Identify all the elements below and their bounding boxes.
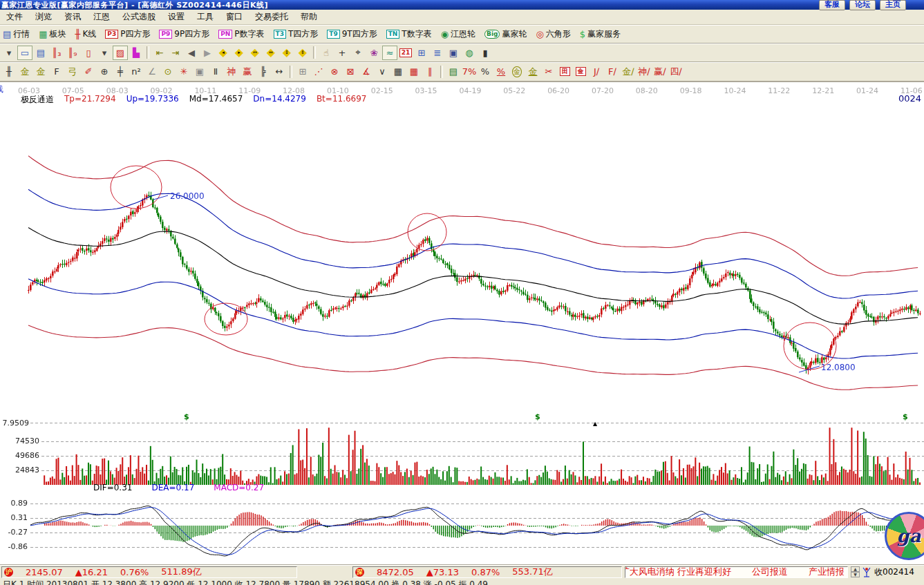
ruler-123-tool-icon[interactable]: ╠ xyxy=(256,64,271,79)
candle-style-icon[interactable]: ▯ xyxy=(81,46,96,60)
titlebar-button-论坛[interactable]: 论坛 xyxy=(849,0,876,10)
terminal-icon[interactable]: ▮ xyxy=(478,46,493,60)
fan-lines-tool-icon[interactable]: ⋰ xyxy=(311,64,326,79)
circled-x-tool-icon[interactable]: ⊗ xyxy=(327,64,342,79)
gold-circle-tool-icon[interactable]: 金 xyxy=(17,64,32,79)
mark-tool-icon[interactable]: ❀ xyxy=(366,46,381,60)
prev-bar-icon[interactable]: ◀ xyxy=(184,46,199,60)
wave-tool-icon[interactable]: ≈ xyxy=(382,46,397,60)
gold-line-tool-icon[interactable]: 金 xyxy=(525,64,540,79)
angle-tool-icon[interactable]: ∠ xyxy=(144,64,160,79)
compress-vertical-icon[interactable]: ◆⇕ xyxy=(295,46,310,60)
menu-item-资讯[interactable]: 资讯 xyxy=(58,11,87,23)
matrix-list-icon[interactable]: ▤ xyxy=(446,64,461,79)
ying-tool-icon[interactable]: 赢 xyxy=(240,64,255,79)
toolbar-button-t-square[interactable]: T3T四方形 xyxy=(274,28,319,40)
titlebar-button-主页[interactable]: 主页 xyxy=(880,0,906,10)
internet-icon[interactable]: ◍ xyxy=(462,46,477,60)
fibonacci-tool-icon[interactable]: F xyxy=(49,64,64,79)
menu-item-公式选股[interactable]: 公式选股 xyxy=(116,11,162,23)
ticker-spinner[interactable]: ▲▼ xyxy=(851,566,860,577)
shift-left-icon[interactable]: ◆◂ xyxy=(216,46,231,60)
gold-coin-tool-icon[interactable]: 金 xyxy=(509,64,525,79)
j-slash-tool-icon[interactable]: J∕ xyxy=(589,64,604,79)
parallel-lines-tool-icon[interactable]: ∥ xyxy=(422,64,437,79)
menu-item-浏览[interactable]: 浏览 xyxy=(29,11,58,23)
toolbar-button-p-number-table[interactable]: PNP数字表 xyxy=(218,28,264,40)
percent7-tool-icon[interactable]: 7% xyxy=(462,64,477,79)
toolbar-button-winner-service[interactable]: $赢家服务 xyxy=(580,28,621,40)
indicator-overlay-icon[interactable]: ▨ xyxy=(113,46,128,60)
grid-box-red-tool-icon[interactable]: ▦ xyxy=(406,64,422,79)
f-slash-tool-icon[interactable]: F∕ xyxy=(605,64,620,79)
ruler-tool-icon[interactable]: ╪ xyxy=(113,64,128,79)
expand-vertical-icon[interactable]: ◆↕ xyxy=(279,46,294,60)
target-circle-tool-icon[interactable]: ⊙ xyxy=(160,64,176,79)
compass-tool-icon[interactable]: ⊕ xyxy=(97,64,112,79)
percent-tool-icon[interactable]: % xyxy=(478,64,493,79)
toolbar-button-winner-wheel[interactable]: Big赢家轮 xyxy=(484,28,527,40)
news-ticker[interactable]: 利改善 机构布局促进持股集中产业情报国家电网出招扩大风电消纳 行业再迎利好公司报… xyxy=(625,566,848,578)
toolbar-button-t-number-table[interactable]: TNT数字表 xyxy=(386,28,432,40)
zoom-tool-icon[interactable]: ⌖ xyxy=(350,46,366,60)
red-box-tian-tool-icon[interactable]: 田 xyxy=(557,64,572,79)
menu-item-窗口[interactable]: 窗口 xyxy=(220,11,249,23)
shen-slash-tool-icon[interactable]: 神∕ xyxy=(637,64,652,79)
toolbar-button-9t-square[interactable]: T99T四方形 xyxy=(327,28,377,40)
kline-9-icon[interactable]: ║₉ xyxy=(65,46,80,60)
boxed-star-tool-icon[interactable]: ▣ xyxy=(192,64,207,79)
toolbar-button-9p-square[interactable]: P99P四方形 xyxy=(159,28,209,40)
toolbar-button-sectors[interactable]: ▦板块 xyxy=(39,28,66,40)
spiral-tool-icon[interactable]: 弓 xyxy=(65,64,80,79)
frame-tool-icon[interactable]: ⊞ xyxy=(295,64,310,79)
kline-3-icon[interactable]: ║₃ xyxy=(49,46,64,60)
info-document-icon[interactable]: ▤ xyxy=(33,46,48,60)
menu-item-设置[interactable]: 设置 xyxy=(162,11,191,23)
toolbar-button-hexagon[interactable]: ◎六角形 xyxy=(536,28,570,40)
menu-item-江恩[interactable]: 江恩 xyxy=(87,11,116,23)
percent-line-tool-icon[interactable]: % xyxy=(493,64,509,79)
si-slash-tool-icon[interactable]: 四∕ xyxy=(668,64,683,79)
gold-slash-tool-icon[interactable]: 金∕ xyxy=(621,64,636,79)
toolbar-button-gann-wheel[interactable]: ◉江恩轮 xyxy=(441,28,475,40)
pan-hand-icon[interactable]: ☝ xyxy=(319,46,334,60)
shen-tool-icon[interactable]: 神 xyxy=(224,64,239,79)
crosshair-icon[interactable]: + xyxy=(334,46,350,60)
chart-type-dropdown-icon[interactable]: ▾ xyxy=(1,46,17,60)
candle-style-dropdown-icon[interactable]: ▾ xyxy=(97,46,112,60)
grid-box-tool-icon[interactable]: ▦ xyxy=(390,64,406,79)
toolbar-button-kline[interactable]: ╫K线 xyxy=(75,28,97,40)
pen-tool-icon[interactable]: ✐ xyxy=(81,64,96,79)
menu-item-文件[interactable]: 文件 xyxy=(0,11,29,23)
titlebar-button-客服[interactable]: 客服 xyxy=(819,0,845,10)
menu-item-交易委托[interactable]: 交易委托 xyxy=(249,11,294,23)
angle-lines-tool-icon[interactable]: ∡ xyxy=(359,64,374,79)
red-box-gold-tool-icon[interactable]: 金 xyxy=(573,64,588,79)
spinner-up-icon[interactable]: ▲ xyxy=(851,566,860,572)
knife-tool-icon[interactable]: ✂ xyxy=(541,64,556,79)
spinner-down-icon[interactable]: ▼ xyxy=(851,572,860,577)
toolbar-button-p-square[interactable]: P3P四方形 xyxy=(105,28,150,40)
next-bar-icon[interactable]: ▶ xyxy=(200,46,215,60)
k-notation-tool-icon[interactable]: Ⅱ xyxy=(208,64,223,79)
color-histogram-icon[interactable]: ▙ xyxy=(129,46,144,60)
expand-horizontal-icon[interactable]: ◆↔ xyxy=(247,46,263,60)
boxed-x-tool-icon[interactable]: ⊠ xyxy=(343,64,358,79)
grid-tool-icon[interactable]: ╫ xyxy=(1,64,17,79)
check-lines-tool-icon[interactable]: ∨ xyxy=(375,64,390,79)
menu-item-帮助[interactable]: 帮助 xyxy=(294,11,323,23)
toolbar-button-quotes[interactable]: ▤行情 xyxy=(3,28,30,40)
starburst-tool-icon[interactable]: ✳ xyxy=(176,64,191,79)
n2-tool-icon[interactable]: n² xyxy=(129,64,144,79)
save-icon[interactable]: ▣ xyxy=(446,46,461,60)
calculator-icon[interactable]: ⊞ xyxy=(414,46,429,60)
gold-square-tool-icon[interactable]: 金 xyxy=(33,64,48,79)
width-arrows-tool-icon[interactable]: ↔ xyxy=(272,64,287,79)
ying-slash-tool-icon[interactable]: 赢∕ xyxy=(652,64,668,79)
last-page-icon[interactable]: ⇥ xyxy=(168,46,183,60)
compress-horizontal-icon[interactable]: ◆⇔ xyxy=(263,46,279,60)
calendar-icon[interactable]: 21 xyxy=(398,46,413,60)
notes-icon[interactable]: ≣ xyxy=(430,46,445,60)
pattern-window-icon[interactable]: ▭ xyxy=(17,46,32,60)
first-page-icon[interactable]: ⇤ xyxy=(152,46,167,60)
